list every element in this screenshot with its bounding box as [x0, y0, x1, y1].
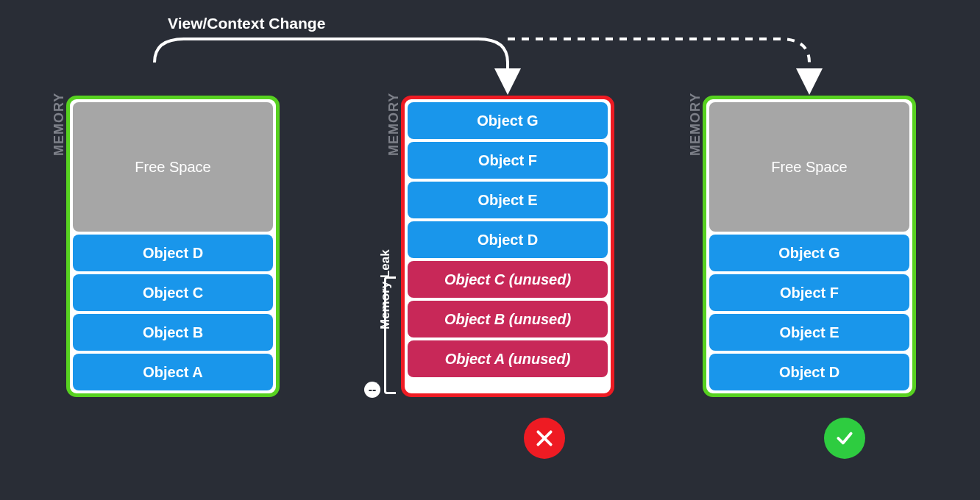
diagram-title: View/Context Change	[168, 15, 325, 32]
object-cell-unused: Object C (unused)	[408, 261, 608, 298]
object-cell-unused: Object B (unused)	[408, 301, 608, 338]
memory-axis-label: MEMORY	[688, 93, 703, 156]
object-cell: Object G	[709, 235, 909, 271]
cross-icon	[535, 429, 554, 448]
memory-box-right: Free Space Object G Object F Object E Ob…	[703, 96, 916, 397]
memory-box-mid: Object G Object F Object E Object D Obje…	[401, 96, 614, 397]
object-cell: Object E	[408, 182, 608, 218]
memory-axis-label: MEMORY	[52, 93, 67, 156]
object-cell: Object F	[709, 274, 909, 311]
object-cell: Object G	[408, 102, 608, 139]
object-cell: Object D	[709, 354, 909, 390]
object-cell: Object C	[73, 274, 273, 311]
check-icon	[835, 429, 854, 448]
object-cell-unused: Object A (unused)	[408, 340, 608, 377]
leak-badge-icon: --	[364, 382, 380, 398]
memory-axis-label: MEMORY	[386, 93, 402, 156]
result-badge-bad	[524, 418, 565, 459]
memory-column-before: MEMORY Free Space Object D Object C Obje…	[66, 96, 280, 397]
memory-column-good: MEMORY Free Space Object G Object F Obje…	[703, 96, 916, 397]
object-cell: Object F	[408, 142, 608, 179]
result-badge-good	[824, 418, 865, 459]
object-cell: Object A	[73, 354, 273, 390]
object-cell: Object E	[709, 314, 909, 351]
arrow-solid	[155, 39, 508, 83]
free-space-block: Free Space	[709, 102, 909, 232]
leak-bracket	[384, 276, 396, 394]
object-cell: Object D	[73, 235, 273, 271]
memory-column-leak: MEMORY Memory Leak -- Object G Object F …	[401, 96, 614, 397]
object-cell: Object B	[73, 314, 273, 351]
free-space-block: Free Space	[73, 102, 273, 232]
memory-box-left: Free Space Object D Object C Object B Ob…	[66, 96, 280, 397]
object-cell: Object D	[408, 221, 608, 258]
arrow-dashed	[508, 39, 809, 83]
